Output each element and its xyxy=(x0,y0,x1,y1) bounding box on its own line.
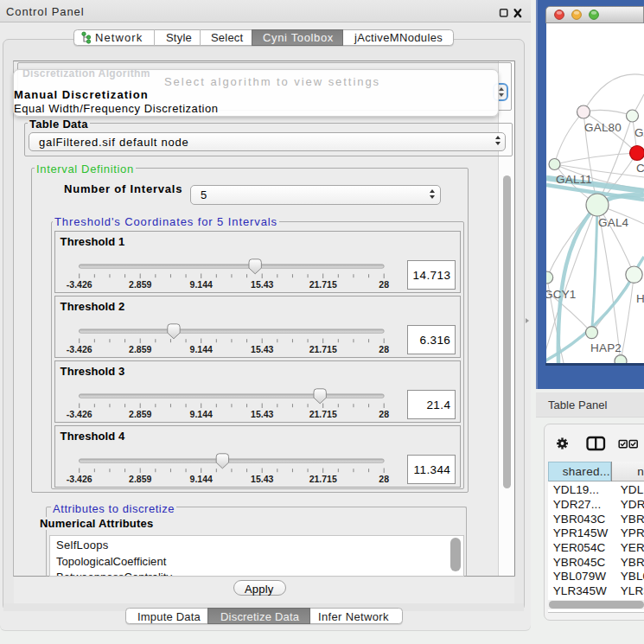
svg-text:28: 28 xyxy=(379,279,390,290)
svg-text:-3.426: -3.426 xyxy=(67,279,92,290)
svg-text:-3.426: -3.426 xyxy=(67,474,92,484)
svg-text:9.144: 9.144 xyxy=(190,474,213,484)
svg-text:15.43: 15.43 xyxy=(251,474,273,484)
svg-text:GCY1: GCY1 xyxy=(546,288,577,301)
svg-text:2.859: 2.859 xyxy=(129,409,151,419)
svg-text:21.715: 21.715 xyxy=(309,279,337,290)
svg-text:2.859: 2.859 xyxy=(129,344,151,354)
svg-text:28: 28 xyxy=(379,474,390,484)
svg-text:2.859: 2.859 xyxy=(129,474,151,484)
svg-text:GAL80: GAL80 xyxy=(584,121,622,134)
svg-text:21.715: 21.715 xyxy=(309,474,337,484)
svg-text:28: 28 xyxy=(379,409,390,419)
svg-text:2.859: 2.859 xyxy=(129,279,151,290)
svg-text:21.715: 21.715 xyxy=(309,409,337,419)
svg-text:21.715: 21.715 xyxy=(309,344,337,354)
svg-text:9.144: 9.144 xyxy=(190,409,213,419)
svg-text:GAL4: GAL4 xyxy=(598,216,629,229)
svg-text:9.144: 9.144 xyxy=(190,344,213,354)
svg-text:GAL11: GAL11 xyxy=(556,173,592,186)
svg-text:HA: HA xyxy=(636,292,644,305)
svg-text:28: 28 xyxy=(379,344,390,354)
svg-text:15.43: 15.43 xyxy=(251,344,273,354)
svg-text:15.43: 15.43 xyxy=(251,409,273,419)
svg-text:9.144: 9.144 xyxy=(190,279,213,290)
svg-text:HAP2: HAP2 xyxy=(590,341,622,354)
svg-text:GAL: GAL xyxy=(634,126,644,139)
svg-text:-3.426: -3.426 xyxy=(67,344,92,354)
svg-text:15.43: 15.43 xyxy=(251,279,273,290)
svg-text:CY: CY xyxy=(636,162,644,175)
svg-text:-3.426: -3.426 xyxy=(67,409,92,419)
